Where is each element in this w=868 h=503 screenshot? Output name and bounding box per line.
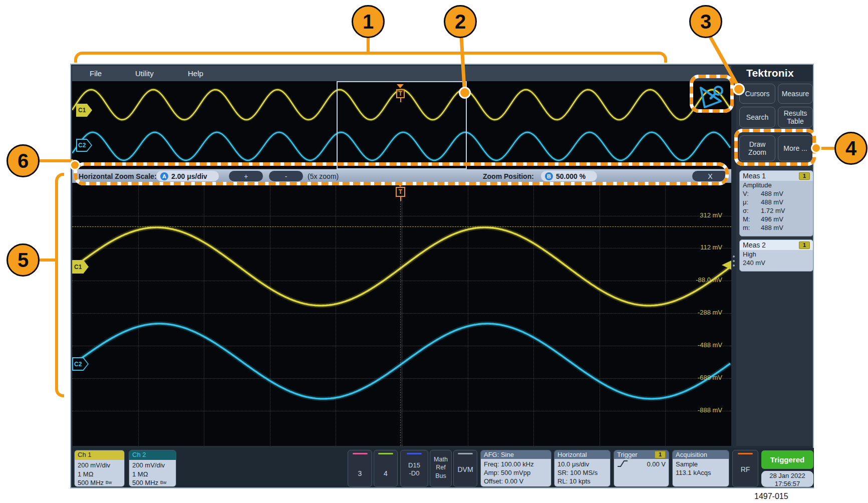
ch3-color-strip [353, 453, 368, 454]
afg-amp: Amp: 500 mVpp [484, 468, 548, 477]
zoom-icon-highlight [690, 75, 734, 113]
meas1-panel[interactable]: Meas 1 1 Amplitude V:488 mV μ:488 mV σ:1… [739, 170, 813, 236]
y-tick-label: -488 mV [698, 341, 722, 349]
rf-color-strip [738, 453, 753, 454]
dvm-color-strip [458, 453, 473, 454]
callout-6: 6 [7, 144, 40, 177]
trigger-badge[interactable]: Trigger 1 0.00 V [614, 450, 669, 487]
acquisition-count: 113.1 kAcqs [676, 468, 726, 477]
meas1-row-label: σ: [743, 206, 761, 215]
meas2-source-badge: 1 [799, 241, 810, 249]
ch2-badge[interactable]: Ch 2 200 mV/div 1 MΩ 500 MHz Bw [129, 450, 176, 487]
meas1-row-value: 488 mV [761, 189, 783, 198]
acquisition-title: Acquisition [676, 451, 707, 458]
callout5-stem [40, 259, 56, 262]
results-table-button[interactable]: Results Table [778, 107, 813, 128]
callout-3: 3 [689, 5, 722, 38]
waveform-overview: T C1 C2 [72, 81, 731, 169]
callout-5: 5 [7, 243, 40, 277]
trigger-marker-stem [400, 98, 401, 102]
y-tick-label: -288 mV [698, 309, 722, 316]
trigger-position-arrow [397, 84, 404, 88]
ch1-badge[interactable]: Ch 1 200 mV/div 1 MΩ 500 MHz Bw [74, 450, 125, 487]
math-ref-bus-button[interactable]: Math Ref Bus [430, 450, 452, 487]
afg-freq: Freq: 100.00 kHz [484, 460, 548, 468]
ch4-button[interactable]: 4 [374, 450, 398, 487]
meas1-name: Amplitude [743, 181, 772, 189]
meas1-row-label: μ: [743, 198, 761, 206]
rising-edge-icon [617, 460, 628, 467]
ch1-scale: 200 mV/div [78, 461, 121, 470]
trigger-level: 0.00 V [647, 460, 666, 468]
zoom-bar-highlight [74, 162, 729, 185]
meas1-title: Meas 1 [743, 172, 766, 180]
ch1-bandwidth: 500 MHz Bw [78, 478, 121, 487]
y-axis-labels: 312 mV112 mV-88.0 mV-288 mV-488 mV-688 m… [72, 183, 731, 446]
ch1-zoom-marker[interactable]: C1 [72, 260, 89, 274]
trigger-status-badge: Triggered [761, 450, 813, 469]
y-tick-label: -888 mV [698, 406, 722, 414]
ch2-impedance: 1 MΩ [132, 470, 173, 479]
callout-2: 2 [444, 5, 477, 38]
menu-file[interactable]: File [90, 69, 102, 78]
meas1-row-value: 1.72 mV [761, 206, 785, 215]
settings-bar: Ch 1 200 mV/div 1 MΩ 500 MHz Bw Ch 2 200… [72, 448, 814, 487]
callout-4: 4 [834, 132, 867, 165]
ch1-badge-title: Ch 1 [75, 450, 124, 460]
acquisition-badge[interactable]: Acquisition Sample 113.1 kAcqs [672, 450, 729, 487]
callout5-bracket [55, 173, 64, 397]
acquisition-mode: Sample [676, 460, 726, 468]
tektronix-logo: Tektronix [746, 67, 794, 79]
oscilloscope-screen: File Utility Help T C1 [70, 64, 814, 488]
figure-id: 1497-015 [754, 492, 788, 501]
ch4-color-strip [378, 453, 393, 454]
callout1-stem [367, 37, 370, 52]
y-tick-label: -88.0 mV [696, 276, 722, 284]
trigger-marker-overview[interactable]: T [396, 89, 405, 98]
afg-badge[interactable]: AFG: Sine Freq: 100.00 kHz Amp: 500 mVpp… [480, 450, 551, 487]
cursors-button[interactable]: Cursors [739, 84, 775, 104]
meas2-title: Meas 2 [743, 241, 766, 249]
callout1-brace [74, 52, 667, 63]
datetime-display: 28 Jan 2022 17:56:57 [761, 471, 813, 487]
ch2-overview-marker[interactable]: C2 [76, 139, 92, 152]
ch1-level-arrow-icon [722, 261, 731, 270]
afg-title: AFG: Sine [484, 451, 514, 458]
digital-channels-button[interactable]: D15 -D0 [400, 450, 428, 487]
trigger-title: Trigger [617, 451, 638, 458]
menu-utility[interactable]: Utility [135, 69, 154, 78]
meas1-row-value: 488 mV [761, 223, 783, 232]
search-button[interactable]: Search [739, 107, 775, 128]
meas1-row-label: M: [743, 215, 761, 223]
menu-help[interactable]: Help [188, 69, 203, 78]
digital-color-strip [407, 453, 422, 454]
horizontal-rl: RL: 10 kpts [557, 477, 607, 485]
y-tick-label: 112 mV [700, 243, 722, 251]
meas2-value: 240 mV [743, 259, 765, 267]
documentation-figure: File Utility Help T C1 [0, 0, 868, 503]
meas1-row-label: m: [743, 223, 761, 232]
callout-1: 1 [352, 5, 385, 38]
meas2-panel[interactable]: Meas 2 1 High 240 mV [739, 239, 813, 272]
ch2-badge-title: Ch 2 [129, 450, 176, 460]
horizontal-scale: 10.0 μs/div [557, 460, 607, 468]
rf-button[interactable]: RF [732, 450, 758, 487]
y-tick-label: -688 mV [698, 374, 722, 381]
y-tick-label: 312 mV [700, 211, 722, 219]
callout6-line [39, 159, 73, 162]
afg-offset: Offset: 0.00 V [484, 477, 548, 485]
trigger-source-badge: 1 [655, 451, 666, 458]
horizontal-badge[interactable]: Horizontal 10.0 μs/div SR: 100 MS/s RL: … [554, 450, 611, 487]
horizontal-sr: SR: 100 MS/s [557, 468, 607, 477]
ch1-overview-marker[interactable]: C1 [76, 104, 92, 117]
dvm-button[interactable]: DVM [453, 450, 477, 487]
meas2-name: High [743, 250, 756, 259]
zoom-detail-view: T 312 mV112 mV-88.0 mV-288 mV-488 mV-688… [72, 183, 731, 446]
meas1-row-value: 488 mV [761, 198, 783, 206]
meas1-row-value: 496 mV [761, 215, 783, 223]
ch2-zoom-marker[interactable]: C2 [72, 357, 89, 371]
measure-button[interactable]: Measure [778, 84, 813, 104]
callout4-dot [811, 143, 821, 153]
callout6-dot [70, 160, 80, 170]
ch3-button[interactable]: 3 [348, 450, 372, 487]
